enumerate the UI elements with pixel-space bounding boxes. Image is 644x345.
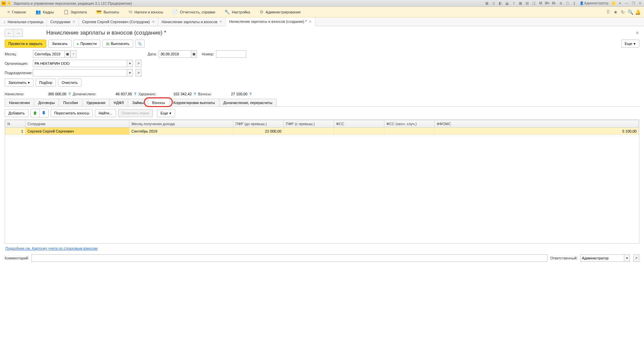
tab-payroll-new[interactable]: Начисление зарплаты и взносов (создание)… xyxy=(226,17,315,26)
tb-zoom-icon[interactable]: ⊕ xyxy=(558,1,564,6)
cell-fss[interactable] xyxy=(334,128,384,135)
recalc-button[interactable]: Пересчитать взносы xyxy=(51,109,93,117)
help-icon[interactable]: ? xyxy=(194,92,196,96)
col-month[interactable]: Месяц получения дохода xyxy=(129,120,233,128)
clear-button[interactable]: Очистить xyxy=(58,79,82,87)
cell-month[interactable]: Сентябрь 2019 xyxy=(129,128,233,135)
responsible-input[interactable] xyxy=(580,254,624,262)
move-down-button[interactable]: 🡇 xyxy=(40,109,48,117)
col-employee[interactable]: Сотрудник xyxy=(25,120,129,128)
dept-open-icon[interactable]: ↗ xyxy=(136,69,142,77)
pay-button[interactable]: ▤Выплатить xyxy=(102,40,133,48)
title-dropdown-icon[interactable]: ▾ xyxy=(7,1,11,6)
search-icon[interactable]: 🔍 xyxy=(627,8,634,16)
table-row[interactable]: 1 Сергеев Сергей Сергеевич Сентябрь 2019… xyxy=(5,128,639,135)
tb-tool-icon[interactable]: ❙ xyxy=(572,1,577,6)
month-stepper-icon[interactable]: ÷ xyxy=(70,50,76,58)
dtab-benefits[interactable]: Пособия xyxy=(59,99,82,106)
tb-cal-icon[interactable]: ❑ xyxy=(531,1,537,6)
tb-box-icon[interactable]: ▢ xyxy=(565,1,570,6)
responsible-dd-icon[interactable]: ▾ xyxy=(624,254,630,262)
month-picker-icon[interactable]: ▦ xyxy=(64,50,70,58)
menu-main[interactable]: ≡Главное xyxy=(3,7,31,17)
comment-input[interactable] xyxy=(32,254,547,262)
cell-ffoms[interactable]: 5 100,00 xyxy=(435,128,639,135)
pick-button[interactable]: Подбор xyxy=(36,79,56,87)
col-pfr-below[interactable]: ПФР (до превыш.) xyxy=(233,120,284,128)
save-button[interactable]: Записать xyxy=(48,40,71,48)
apps-icon[interactable]: ⠿ xyxy=(604,8,612,16)
close-icon[interactable]: ✕ xyxy=(637,1,643,6)
maximize-icon[interactable]: ❐ xyxy=(631,1,636,6)
org-dd-icon[interactable]: ▾ xyxy=(127,60,133,67)
menu-zarplata[interactable]: 📋Зарплата xyxy=(59,7,92,17)
table-more-button[interactable]: Еще ▾ xyxy=(157,109,175,117)
help-icon[interactable]: ? xyxy=(68,92,71,96)
help-icon[interactable]: ? xyxy=(250,92,252,96)
tab-payroll-list[interactable]: Начисление зарплаты и взносов✕ xyxy=(158,17,226,26)
dtab-additional[interactable]: Доначисления, перерасчеты xyxy=(219,99,277,106)
tb-icon-4[interactable]: ⬓ xyxy=(504,1,510,6)
info-icon[interactable]: i xyxy=(611,1,616,6)
help-icon[interactable]: ? xyxy=(134,92,137,96)
tb-m[interactable]: M xyxy=(538,1,543,6)
responsible-open-icon[interactable]: ↗ xyxy=(633,254,639,262)
tb-print-icon[interactable]: ⎙ xyxy=(491,1,496,6)
more-button[interactable]: Еще ▾ xyxy=(621,40,639,48)
menu-otchet[interactable]: 📄Отчетность, справки xyxy=(168,7,220,17)
cell-fss-acc[interactable] xyxy=(384,128,435,135)
tab-close-icon[interactable]: ✕ xyxy=(309,20,312,23)
col-fss-acc[interactable]: ФСС (несч. случ.) xyxy=(384,120,435,128)
cell-n[interactable]: 1 xyxy=(5,128,25,135)
post-button[interactable]: ▸Провести xyxy=(73,40,101,48)
cell-pfr-below[interactable]: 22 000,00 xyxy=(233,128,284,135)
cell-employee[interactable]: Сергеев Сергей Сергеевич xyxy=(25,128,129,135)
insurance-card-link[interactable]: Подробнее см. Карточку учета по страховы… xyxy=(5,246,98,250)
dtab-ndfl[interactable]: НДФЛ xyxy=(109,99,128,106)
bell-icon[interactable]: 🔔 xyxy=(634,8,641,16)
tb-calc-icon[interactable]: ▤ xyxy=(525,1,530,6)
fill-button[interactable]: Заполнить ▾ xyxy=(5,79,34,87)
col-n[interactable]: N xyxy=(5,120,25,128)
col-pfr-above[interactable]: ПФР (с превыш.) xyxy=(284,120,334,128)
tb-icon-5[interactable]: ⇪ xyxy=(511,1,517,6)
tab-employee-card[interactable]: Сергеев Сергей Сергеевич (Сотрудник)✕ xyxy=(79,17,158,26)
month-input[interactable] xyxy=(33,50,64,58)
tb-dd-icon[interactable]: ▾ xyxy=(617,1,623,6)
minimize-icon[interactable]: — xyxy=(624,1,629,6)
col-ffoms[interactable]: ФФОМС xyxy=(435,120,639,128)
dtab-contracts[interactable]: Договоры xyxy=(34,99,59,106)
star-icon[interactable]: ★ xyxy=(612,8,619,16)
menu-nastroika[interactable]: 🔧Настройка xyxy=(220,7,255,17)
menu-vyplaty[interactable]: 💳Выплаты xyxy=(92,7,124,17)
org-open-icon[interactable]: ↗ xyxy=(136,60,142,67)
dept-dd-icon[interactable]: ▾ xyxy=(127,69,133,77)
dtab-accruals[interactable]: Начисления xyxy=(5,99,34,106)
menu-kadry[interactable]: 👥Кадры xyxy=(31,7,59,17)
number-input[interactable] xyxy=(216,50,246,58)
move-up-button[interactable]: 🡅 xyxy=(31,109,40,117)
menu-admin[interactable]: ⚙Администрирование xyxy=(255,7,306,17)
dept-input[interactable] xyxy=(33,69,127,77)
tb-m-plus[interactable]: M+ xyxy=(545,1,550,6)
tab-close-icon[interactable]: ✕ xyxy=(72,20,75,23)
dtab-deductions[interactable]: Удержания xyxy=(82,99,110,106)
dtab-contributions[interactable]: Взносы xyxy=(148,99,169,106)
tab-close-icon[interactable]: ✕ xyxy=(152,20,155,23)
nav-fwd-button[interactable]: → xyxy=(14,29,22,37)
user-label[interactable]: 👤Администратор xyxy=(580,1,608,5)
history-icon[interactable]: ↻ xyxy=(619,8,627,16)
table-container[interactable]: N Сотрудник Месяц получения дохода ПФР (… xyxy=(5,119,639,244)
tab-close-icon[interactable]: ✕ xyxy=(219,20,222,23)
dtab-loans[interactable]: Займы xyxy=(128,99,148,106)
attach-button[interactable]: 📎 xyxy=(135,40,145,48)
tab-home[interactable]: ⌂Начальная страница xyxy=(0,17,47,26)
tb-grid-icon[interactable]: ▦ xyxy=(518,1,523,6)
tb-icon-3[interactable]: ◧ xyxy=(498,1,503,6)
dtab-corrections[interactable]: Корректировки выплаты xyxy=(169,99,219,106)
post-close-button[interactable]: Провести и закрыть xyxy=(5,40,46,48)
tb-m-minus[interactable]: M- xyxy=(551,1,557,6)
nav-back-button[interactable]: ← xyxy=(5,29,14,37)
add-row-button[interactable]: Добавить xyxy=(5,109,29,117)
date-input[interactable] xyxy=(159,50,191,58)
